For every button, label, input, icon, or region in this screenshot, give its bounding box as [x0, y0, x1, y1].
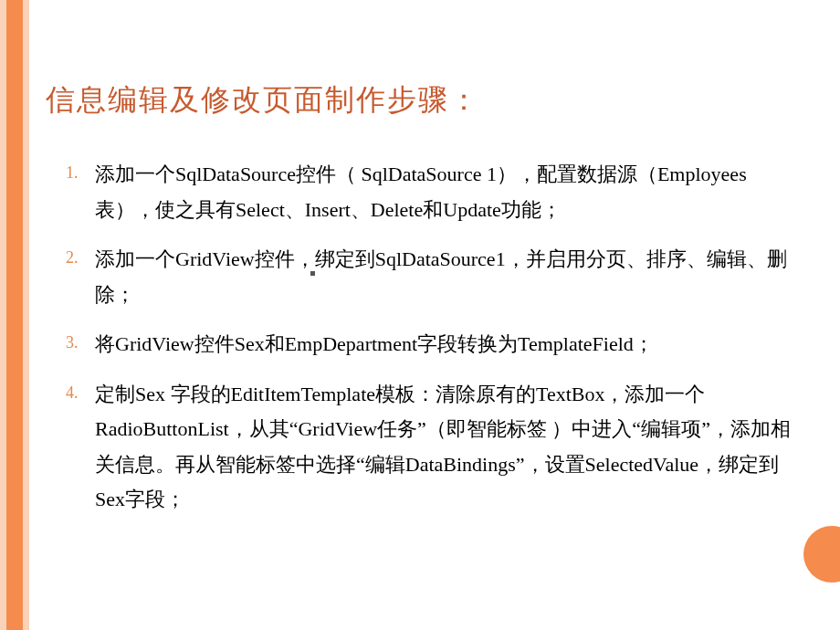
stripe-inner — [6, 0, 23, 630]
list-item: 添加一个SqlDataSource控件（ SqlDataSource 1），配置… — [46, 157, 803, 227]
slide-content: 信息编辑及修改页面制作步骤： 添加一个SqlDataSource控件（ SqlD… — [46, 80, 803, 532]
slide-title: 信息编辑及修改页面制作步骤： — [46, 80, 803, 121]
left-stripe-decoration — [0, 0, 29, 630]
cursor-indicator — [310, 271, 315, 276]
list-item: 添加一个GridView控件，绑定到SqlDataSource1，并启用分页、排… — [46, 242, 803, 312]
steps-list: 添加一个SqlDataSource控件（ SqlDataSource 1），配置… — [46, 157, 803, 518]
circle-decoration — [803, 526, 840, 583]
list-item: 定制Sex 字段的EditItemTemplate模板：清除原有的TextBox… — [46, 377, 803, 518]
list-item: 将GridView控件Sex和EmpDepartment字段转换为Templat… — [46, 327, 803, 362]
